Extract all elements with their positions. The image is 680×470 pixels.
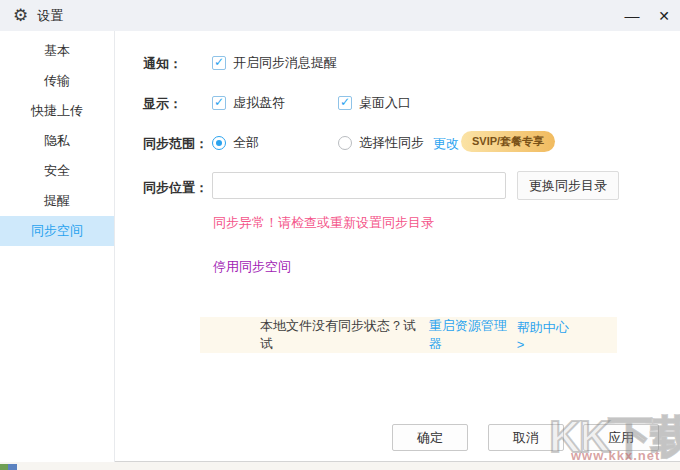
scope-selective-radio[interactable]: [338, 136, 352, 150]
sidebar-item-basic[interactable]: 基本: [0, 36, 114, 66]
scope-change-link[interactable]: 更改: [433, 135, 459, 153]
taskbar-fragment-green: [0, 464, 8, 470]
sync-scope-label: 同步范围：: [143, 135, 208, 153]
sync-message-checkbox-label[interactable]: 开启同步消息提醒: [233, 54, 337, 72]
sync-location-label: 同步位置：: [143, 179, 208, 197]
virtual-drive-checkbox-label[interactable]: 虚拟盘符: [233, 94, 285, 112]
virtual-drive-option: 虚拟盘符: [212, 94, 285, 112]
settings-gear-icon: ⚙: [13, 7, 28, 24]
scope-selective-option: 选择性同步: [338, 134, 424, 152]
sidebar-item-privacy[interactable]: 隐私: [0, 126, 114, 156]
sidebar-item-security[interactable]: 安全: [0, 156, 114, 186]
background-strip: [0, 463, 680, 470]
sidebar-item-transfer[interactable]: 传输: [0, 66, 114, 96]
screenshot-stage: ⚙ 设置 — ✕ 基本 传输 快捷上传 隐私 安全 提醒 同步空间 通知： 开启…: [0, 0, 680, 470]
desktop-entry-option: 桌面入口: [338, 94, 411, 112]
sidebar-item-reminder[interactable]: 提醒: [0, 186, 114, 216]
change-sync-dir-button[interactable]: 更换同步目录: [517, 171, 619, 200]
ok-button[interactable]: 确定: [392, 424, 468, 451]
desktop-entry-checkbox-label[interactable]: 桌面入口: [359, 94, 411, 112]
cancel-button[interactable]: 取消: [488, 424, 564, 451]
sidebar-item-sync-space[interactable]: 同步空间: [0, 216, 114, 246]
svip-badge[interactable]: SVIP/套餐专享: [461, 131, 555, 152]
scope-all-radio-label[interactable]: 全部: [233, 134, 259, 152]
settings-window: ⚙ 设置 — ✕ 基本 传输 快捷上传 隐私 安全 提醒 同步空间 通知： 开启…: [0, 0, 680, 462]
titlebar: ⚙ 设置 — ✕: [0, 0, 680, 31]
disable-sync-space-link[interactable]: 停用同步空间: [213, 258, 291, 276]
window-title: 设置: [37, 7, 63, 25]
desktop-entry-checkbox[interactable]: [338, 96, 352, 110]
notice-text: 本地文件没有同步状态？试试: [260, 317, 424, 353]
window-controls: — ✕: [616, 1, 680, 31]
scope-all-radio[interactable]: [212, 136, 226, 150]
virtual-drive-checkbox[interactable]: [212, 96, 226, 110]
restart-explorer-link[interactable]: 重启资源管理器: [429, 317, 517, 353]
notification-option: 开启同步消息提醒: [212, 54, 337, 72]
minimize-button[interactable]: —: [616, 1, 648, 31]
taskbar-fragment-blue: [8, 464, 17, 470]
sync-error-message: 同步异常！请检查或重新设置同步目录: [213, 214, 434, 232]
sidebar-item-quick-upload[interactable]: 快捷上传: [0, 96, 114, 126]
content-panel: 通知： 开启同步消息提醒 显示： 虚拟盘符 桌面入口 同步范围： 全部: [116, 31, 680, 462]
sync-message-checkbox[interactable]: [212, 56, 226, 70]
notification-label: 通知：: [143, 55, 182, 73]
sidebar: 基本 传输 快捷上传 隐私 安全 提醒 同步空间: [0, 31, 115, 462]
display-label: 显示：: [143, 95, 182, 113]
apply-button[interactable]: 应用: [583, 424, 659, 451]
help-center-link[interactable]: 帮助中心 >: [517, 319, 578, 352]
scope-selective-radio-label[interactable]: 选择性同步: [359, 134, 424, 152]
close-button[interactable]: ✕: [648, 1, 680, 31]
sync-location-input[interactable]: [212, 172, 506, 199]
notice-bar: 本地文件没有同步状态？试试 重启资源管理器 帮助中心 >: [200, 317, 617, 353]
scope-all-option: 全部: [212, 134, 259, 152]
